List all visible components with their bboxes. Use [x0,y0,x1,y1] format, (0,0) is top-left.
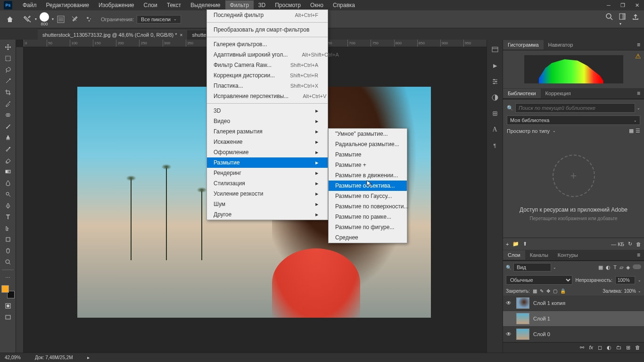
visibility-toggle[interactable]: 👁 [506,331,512,337]
lock-all-icon[interactable]: 🔒 [560,288,566,294]
layer-name[interactable]: Слой 0 [533,331,550,337]
stamp-tool[interactable] [1,132,15,143]
menu-item[interactable]: Адаптивный широкий угол...Alt+Shift+Ctrl… [207,49,328,60]
limits-dropdown[interactable]: Все пиксели⌄ [137,15,181,24]
panel-menu-icon[interactable]: ≡ [633,88,644,99]
submenu-item[interactable]: Размытие + [329,160,407,170]
library-search-input[interactable] [515,103,635,113]
filter-image-icon[interactable]: ▦ [598,264,603,271]
add-icon[interactable]: + [506,241,509,247]
brush-panel-icon[interactable] [69,14,81,25]
menu-item[interactable]: Усиление резкости [207,189,328,199]
menu-изображение[interactable]: Изображение [94,0,139,10]
menu-item[interactable]: Искажение [207,137,328,147]
paths-tab[interactable]: Контуры [553,250,583,260]
history-brush-tool[interactable] [1,144,15,154]
menu-item[interactable]: Размытие [207,157,328,168]
layer-name[interactable]: Слой 1 [533,316,550,321]
channels-tab[interactable]: Каналы [525,250,553,260]
marquee-tool[interactable] [1,53,15,64]
minimize-button[interactable]: ─ [602,0,616,10]
menu-файл[interactable]: Файл [18,0,41,10]
menu-item[interactable]: 3D [207,106,328,116]
doc-size[interactable]: Док: 7,48M/25,2M [35,355,73,360]
submenu-item[interactable]: Размытие по Гауссу... [329,191,407,201]
menu-просмотр[interactable]: Просмотр [270,0,305,10]
adjustments-icon[interactable] [490,92,500,103]
menu-фильтр[interactable]: Фильтр [225,0,254,10]
filter-shape-icon[interactable]: ▱ [619,264,623,271]
path-tool[interactable] [1,223,15,233]
group-icon[interactable]: 🗀 [616,345,621,351]
menu-item[interactable]: Последний фильтрAlt+Ctrl+F [207,10,328,20]
layer-item[interactable]: Слой 1 [503,311,644,327]
history-icon[interactable] [490,44,500,55]
shape-tool[interactable] [1,234,15,245]
menu-item[interactable]: Галерея фильтров... [207,39,328,49]
menu-редактирование[interactable]: Редактирование [41,0,94,10]
histogram-tab[interactable]: Гистограмма [503,40,544,49]
adjustments-tab[interactable]: Коррекция [541,89,576,98]
panel-menu-icon[interactable]: ≡ [633,40,644,50]
link-icon[interactable]: ⚯ [580,345,584,351]
add-asset-placeholder[interactable]: + [553,155,595,197]
menu-item[interactable]: Пластика...Shift+Ctrl+X [207,81,328,91]
menu-item[interactable]: Преобразовать для смарт-фильтров [207,25,328,35]
submenu-item[interactable]: Размытие по рамке... [329,212,407,222]
menu-item[interactable]: Оформление [207,147,328,157]
close-icon[interactable]: × [180,33,183,38]
document-tab[interactable]: shutterstock_1130573132.jpg @ 48,6% (Сло… [38,30,187,40]
fill-value[interactable]: 100% [624,288,636,294]
eraser-tool[interactable] [1,155,15,165]
zoom-tool[interactable] [1,257,15,267]
hand-tool[interactable] [1,246,15,256]
color-swatches[interactable] [1,285,15,298]
menu-item[interactable]: Коррекция дисторсии...Shift+Ctrl+R [207,70,328,81]
share-icon[interactable] [632,13,639,26]
blend-mode-select[interactable]: Обычные [506,275,572,285]
list-view-icon[interactable]: ☰ [636,128,640,134]
menu-item[interactable]: Стилизация [207,178,328,189]
lasso-tool[interactable] [1,65,15,75]
cache-warning-icon[interactable]: ⚠ [635,52,641,60]
layer-item[interactable]: 👁Слой 1 копия [503,296,644,311]
libraries-tab[interactable]: Библиотеки [503,89,541,98]
menu-item[interactable]: Видео [207,116,328,126]
move-tool[interactable] [1,42,15,52]
foreground-color[interactable] [1,285,9,293]
blur-tool[interactable] [1,178,15,188]
menu-item[interactable]: Фильтр Camera Raw...Shift+Ctrl+A [207,60,328,70]
airbrush-icon[interactable] [83,14,95,25]
crop-tool[interactable] [1,87,15,98]
menu-item[interactable]: Другое [207,209,328,220]
quickmask-tool[interactable] [1,301,15,311]
tool-preset-icon[interactable] [22,14,33,25]
menu-выделение[interactable]: Выделение [186,0,225,10]
menu-item[interactable]: Галерея размытия [207,126,328,137]
lock-pixels-icon[interactable]: ▦ [533,288,537,294]
dodge-tool[interactable] [1,189,15,199]
new-layer-icon[interactable]: ⊞ [626,345,630,351]
eyedropper-tool[interactable] [1,99,15,109]
filter-smart-icon[interactable]: ◈ [626,264,630,271]
pen-tool[interactable] [1,200,15,211]
type-tool[interactable] [1,212,15,222]
search-icon[interactable] [605,13,613,26]
wand-tool[interactable] [1,76,15,86]
lock-brush-icon[interactable]: ✎ [540,288,544,294]
menu-item[interactable]: Исправление перспективы...Alt+Ctrl+V [207,91,328,101]
menu-3d[interactable]: 3D [254,0,270,10]
menu-справка[interactable]: Справка [328,0,360,10]
edit-toolbar[interactable]: ⋯ [1,272,15,283]
opacity-value[interactable]: 100% [615,276,635,284]
menu-item[interactable]: Рендеринг [207,168,328,178]
healing-tool[interactable] [1,110,15,120]
gradient-tool[interactable] [1,166,15,177]
brush-tool[interactable] [1,121,15,132]
lock-artboard-icon[interactable]: ▢ [553,288,557,294]
folder-icon[interactable]: 📁 [512,241,519,247]
visibility-toggle[interactable]: 👁 [506,300,512,306]
home-icon[interactable] [5,14,15,25]
filter-toggle[interactable] [633,264,641,269]
submenu-item[interactable]: "Умное" размытие... [329,129,407,139]
